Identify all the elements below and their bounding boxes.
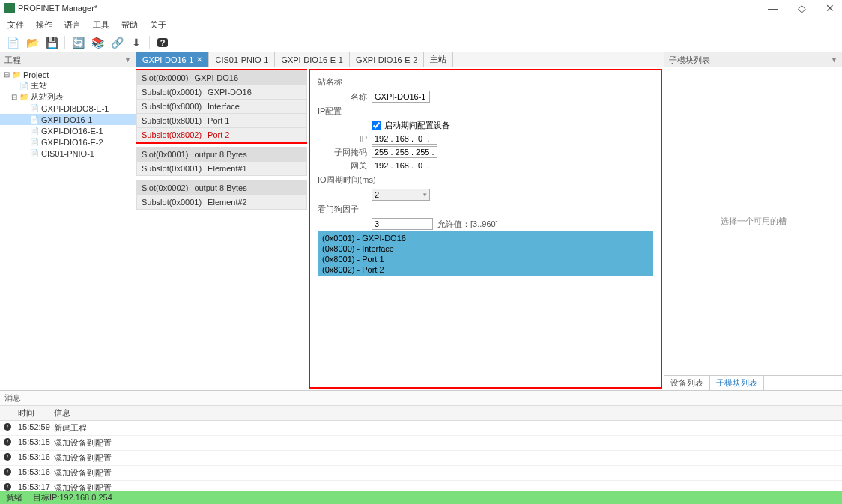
tree-node-3[interactable]: 📄GXPI-DI8DO8-E-1 [0,103,136,114]
close-button[interactable]: ✕ [823,2,838,14]
menu-help[interactable]: 帮助 [117,18,142,32]
tree-node-label: GXPI-DIO16-E-2 [41,138,103,147]
mask-input[interactable] [372,146,437,158]
tree-node-label: 主站 [31,80,47,91]
menu-about[interactable]: 关于 [145,18,171,32]
subslot-row-1[interactable]: Subslot(0x8000)Interface [137,99,306,113]
tree-toggle-icon: ⊟ [10,93,18,101]
subslot-row-2[interactable]: Subslot(0x8001)Port 1 [137,113,306,127]
ip-label: IP [318,134,367,143]
watchdog-range: 允许值：[3..960] [437,219,498,230]
download-icon[interactable]: ⬇ [130,36,143,49]
tree-node-5[interactable]: 📄GXPI-DIO16-E-1 [0,125,136,136]
slot-group-2: Slot(0x0002)output 8 BytesSubslot(0x0001… [136,180,307,210]
window-controls: — ◇ ✕ [766,2,838,14]
tree-node-label: Project [23,70,49,79]
status-text: 就绪 [6,492,22,503]
tab-label: 主站 [430,54,446,65]
stack-icon[interactable]: 📚 [91,36,104,49]
tree-node-6[interactable]: 📄GXPI-DIO16-E-2 [0,136,136,148]
slot-header[interactable]: Slot(0x0002)output 8 Bytes [137,181,306,195]
name-label: 名称 [318,91,367,103]
watchdog-input[interactable] [372,218,433,230]
tab-submodule-list[interactable]: 子模块列表 [710,376,764,390]
message-row-0[interactable]: i15:52:59新建工程 [0,421,842,436]
submodule-dropdown-icon[interactable]: ▼ [831,56,838,64]
name-input[interactable] [372,91,430,103]
message-row-2[interactable]: i15:53:16添加设备到配置 [0,451,842,466]
menu-tools[interactable]: 工具 [88,18,114,32]
slot-header[interactable]: Slot(0x0000)GXPI-DO16 [137,71,306,85]
slot-header[interactable]: Slot(0x0001)output 8 Bytes [137,148,306,161]
maximize-button[interactable]: ◇ [794,2,809,14]
refresh-icon[interactable]: 🔄 [71,36,85,49]
new-icon[interactable]: 📄 [6,36,19,49]
message-row-4[interactable]: i15:53:17添加设备到配置 [0,481,842,491]
submodule-item-2[interactable]: (0x8001) - Port 1 [322,254,649,264]
slot-group-0: Slot(0x0000)GXPI-DO16Subslot(0x0001)GXPI… [136,70,307,142]
tree-node-1[interactable]: 📄主站 [0,80,136,91]
tab-4[interactable]: 主站 [424,52,453,67]
help-icon[interactable]: ? [156,36,169,49]
detail-area: 站名称 名称 IP配置 启动期间配置设备 IP [309,69,662,389]
section-io-cycle: IO周期时间(ms) [318,174,653,186]
subslot-id: Subslot(0x8001) [142,116,202,125]
subslot-name: Element#2 [208,198,247,207]
tree-node-4[interactable]: 📄GXPI-DO16-1 [0,114,136,125]
cycle-value: 2 [375,190,379,199]
ip-input[interactable] [372,133,437,145]
tree-node-icon: 📁 [19,93,28,102]
tab-0[interactable]: GXPI-DO16-1✕ [136,52,209,67]
mask-label: 子网掩码 [318,147,367,158]
tab-1[interactable]: CIS01-PNIO-1 [209,52,275,67]
subslot-row-0[interactable]: Subslot(0x0001)Element#2 [137,195,306,209]
subslot-row-3[interactable]: Subslot(0x8002)Port 2 [137,127,306,142]
project-panel: 工程 ▼ ⊟📁Project📄主站⊟📁从站列表📄GXPI-DI8DO8-E-1📄… [0,52,136,390]
tree-node-2[interactable]: ⊟📁从站列表 [0,91,136,103]
tree-node-7[interactable]: 📄CIS01-PNIO-1 [0,148,136,159]
main-area: 工程 ▼ ⊟📁Project📄主站⊟📁从站列表📄GXPI-DI8DO8-E-1📄… [0,52,842,390]
subslot-row-0[interactable]: Subslot(0x0001)Element#1 [137,161,306,175]
submodule-item-0[interactable]: (0x0001) - GXPI-DO16 [322,233,649,243]
cycle-dropdown-icon: ▾ [423,191,427,198]
minimize-button[interactable]: — [766,2,781,14]
startup-checkbox-label: 启动期间配置设备 [384,120,450,131]
cycle-select[interactable]: 2 ▾ [372,189,430,201]
tab-close-icon[interactable]: ✕ [196,55,202,64]
messages-col-time: 时间 [15,406,51,420]
message-row-1[interactable]: i15:53:15添加设备到配置 [0,436,842,451]
center-panel: GXPI-DO16-1✕CIS01-PNIO-1GXPI-DIO16-E-1GX… [136,52,664,390]
submodule-item-1[interactable]: (0x8000) - Interface [322,243,649,254]
tree-node-label: GXPI-DIO16-E-1 [41,127,103,136]
message-text: 添加设备到配置 [51,466,842,480]
menu-language[interactable]: 语言 [60,18,85,32]
menu-file[interactable]: 文件 [3,18,28,32]
tree-node-label: CIS01-PNIO-1 [41,149,94,158]
subslot-name: Port 1 [208,116,229,125]
tree-toggle-icon: ⊟ [3,70,10,79]
gateway-input[interactable] [372,160,437,171]
link-icon[interactable]: 🔗 [110,36,124,49]
tree-node-0[interactable]: ⊟📁Project [0,69,136,80]
tab-label: GXPI-DO16-1 [142,55,193,64]
tab-device-list[interactable]: 设备列表 [664,376,710,390]
submodule-panel-header: 子模块列表 ▼ [664,52,842,67]
open-icon[interactable]: 📂 [25,36,39,49]
save-icon[interactable]: 💾 [45,36,58,49]
submodule-item-3[interactable]: (0x8002) - Port 2 [322,264,649,275]
message-row-3[interactable]: i15:53:16添加设备到配置 [0,466,842,481]
panel-dropdown-icon[interactable]: ▼ [124,56,131,64]
slot-id: Slot(0x0000) [142,73,188,82]
message-time: 15:52:59 [15,421,51,435]
subslot-id: Subslot(0x8002) [142,130,202,139]
startup-checkbox[interactable] [372,121,381,130]
toolbar: 📄 📂 💾 🔄 📚 🔗 ⬇ ? [0,33,842,52]
submodule-panel: 子模块列表 ▼ 选择一个可用的槽 设备列表 子模块列表 [664,52,842,390]
status-bar: 就绪 目标IP:192.168.0.254 [0,491,842,504]
submodule-panel-title: 子模块列表 [669,55,710,66]
tab-3[interactable]: GXPI-DIO16-E-2 [350,52,425,67]
subslot-row-0[interactable]: Subslot(0x0001)GXPI-DO16 [137,85,306,99]
tab-2[interactable]: GXPI-DIO16-E-1 [275,52,350,67]
message-info-icon: i [0,436,15,450]
menu-operation[interactable]: 操作 [31,18,57,32]
